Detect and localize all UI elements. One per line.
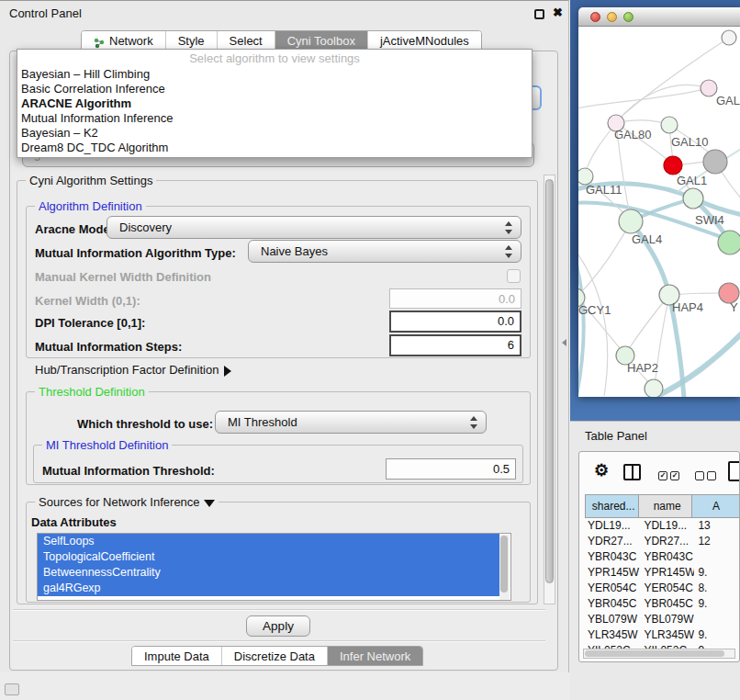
table-row[interactable]: YDL19...YDL19...13 [585, 518, 740, 534]
algorithm-option[interactable]: Mutual Information Inference [17, 111, 532, 126]
mi-threshold-definition-title: MI Threshold Definition [42, 438, 172, 452]
tab-jactivemnodules[interactable]: jActiveMNodules [368, 31, 481, 50]
algorithm-option[interactable]: Bayesian – K2 [17, 126, 532, 141]
hub-definition-expander[interactable]: Hub/Transcription Factor Definition [35, 363, 231, 377]
hub-definition-label: Hub/Transcription Factor Definition [35, 363, 219, 377]
node-label: GAL11 [586, 183, 622, 197]
cell: 9. [694, 565, 740, 581]
apply-button[interactable]: Apply [246, 615, 310, 637]
tab-impute-data-label: Impute Data [144, 647, 209, 666]
algorithm-option[interactable]: Dream8 DC_TDC Algorithm [17, 141, 532, 155]
tab-style[interactable]: Style [166, 31, 218, 50]
sources-title-expander[interactable]: Sources for Network Inference [35, 495, 219, 509]
network-node-selected-red[interactable] [664, 156, 682, 175]
gear-icon[interactable]: ⚙ [594, 460, 609, 480]
cell: YBR045C [585, 596, 640, 612]
dpi-tolerance-field[interactable]: 0.0 [389, 310, 521, 333]
cell: YDR27... [640, 534, 694, 549]
tab-infer-network[interactable]: Infer Network [328, 647, 422, 665]
combo-spinner-icon [470, 416, 477, 429]
kernel-width-label: Kernel Width (0,1): [35, 294, 140, 308]
node-label: GAL80 [614, 128, 651, 141]
network-node-gal4[interactable] [619, 209, 643, 233]
aracne-mode-combobox[interactable]: Discovery [107, 216, 521, 239]
attribute-item[interactable]: BetweennessCentrality [38, 565, 499, 581]
cell: 13 [694, 518, 740, 534]
cell: YER054C [640, 581, 694, 596]
manual-kernel-checkbox[interactable] [507, 269, 521, 283]
network-canvas[interactable]: GAL GAL80 GAL10 GAL1 GAL11 SWI4 GAL4 GCY… [578, 27, 740, 397]
mi-type-label: Mutual Information Algorithm Type: [35, 246, 236, 260]
network-node[interactable] [645, 379, 663, 397]
deselect-all-checkboxes-icon[interactable] [695, 471, 716, 480]
node-label: GCY1 [578, 303, 611, 317]
network-node-gal10[interactable] [661, 117, 678, 133]
checked-checkbox-icon: ✓ [658, 471, 667, 480]
settings-scrollbar-thumb[interactable] [545, 179, 554, 583]
show-columns-icon[interactable] [623, 464, 641, 480]
cell: 9. [694, 627, 740, 643]
table-row[interactable]: YBL079WYBL079W [585, 612, 740, 627]
minimized-panel-icon[interactable] [5, 683, 19, 695]
select-all-checkboxes-icon[interactable]: ✓ ✓ [658, 471, 679, 480]
table-scrollbar-thumb[interactable] [585, 650, 724, 657]
mi-type-value: Naive Bayes [261, 244, 328, 258]
close-icon[interactable]: ✖ [553, 6, 563, 19]
cyni-algorithm-settings-title: Cyni Algorithm Settings [26, 174, 156, 187]
table-row[interactable]: YPR145WYPR145W9. [585, 565, 740, 581]
table-row[interactable]: YER054CYER054C8. [585, 581, 740, 596]
attribute-item[interactable]: TopologicalCoefficient [38, 549, 499, 565]
table-row[interactable]: YLR345WYLR345W9. [585, 627, 740, 643]
export-table-icon[interactable] [728, 461, 740, 481]
column-header-shared-name[interactable]: shared... [585, 494, 639, 518]
manual-kernel-label: Manual Kernel Width Definition [35, 270, 211, 284]
splitter-collapse-handle[interactable] [562, 339, 566, 346]
float-window-icon[interactable] [534, 9, 544, 19]
which-threshold-combobox[interactable]: MI Threshold [215, 411, 487, 434]
algorithm-option[interactable]: Bayesian – Hill Climbing [17, 67, 532, 82]
tab-select[interactable]: Select [218, 31, 275, 50]
node-table-window: ⚙ ✓ ✓ shared... name A YDL19...YDL19...1… [578, 451, 740, 662]
combo-spinner-icon [505, 245, 512, 258]
table-row[interactable]: YDR27...YDR27...12 [585, 534, 740, 549]
tab-impute-data[interactable]: Impute Data [132, 647, 222, 665]
table-header-row: shared... name A [585, 494, 740, 518]
node-label: SWI4 [695, 213, 724, 227]
mi-steps-field[interactable]: 6 [389, 334, 521, 356]
zoom-traffic-light-icon[interactable] [623, 12, 633, 22]
mi-type-combobox[interactable]: Naive Bayes [248, 240, 521, 263]
algorithm-option[interactable]: Basic Correlation Inference [17, 82, 532, 96]
column-header-partial[interactable]: A [692, 494, 740, 518]
settings-scrollbar[interactable] [544, 175, 555, 604]
algorithm-option-selected[interactable]: ARACNE Algorithm [17, 96, 532, 111]
network-node[interactable] [701, 80, 717, 96]
cell: YBR043C [585, 549, 640, 565]
control-panel-title: Control Panel [0, 1, 568, 27]
divider [13, 609, 545, 611]
node-label: GAL10 [671, 135, 708, 149]
kernel-width-field[interactable]: 0.0 [389, 288, 521, 309]
minimize-traffic-light-icon[interactable] [607, 12, 617, 22]
attributes-scrollbar[interactable] [499, 535, 510, 600]
tab-cyni-toolbox[interactable]: Cyni Toolbox [275, 31, 368, 50]
attribute-item[interactable]: SelfLoops [38, 534, 499, 549]
attribute-item[interactable]: gal4RGexp [38, 581, 499, 596]
tab-discretize-data[interactable]: Discretize Data [222, 647, 328, 665]
cyni-bottom-tabbar: Impute Data Discretize Data Infer Networ… [131, 646, 423, 666]
network-node[interactable] [703, 150, 727, 174]
network-node[interactable] [683, 188, 703, 209]
network-node[interactable] [718, 231, 740, 254]
mi-threshold-field[interactable]: 0.5 [386, 458, 516, 480]
attributes-scrollbar-thumb[interactable] [500, 536, 508, 593]
node-table: shared... name A YDL19...YDL19...13 YDR2… [585, 494, 740, 652]
close-traffic-light-icon[interactable] [590, 12, 600, 22]
column-header-name[interactable]: name [639, 494, 692, 518]
tab-network[interactable]: Network [82, 31, 166, 50]
table-horizontal-scrollbar[interactable] [583, 649, 735, 659]
network-node[interactable] [722, 30, 736, 45]
table-row[interactable]: YBR043CYBR043C [585, 549, 740, 565]
table-row[interactable]: YBR045CYBR045C9. [585, 596, 740, 612]
network-window-titlebar[interactable] [578, 7, 740, 27]
algorithm-definition-title: Algorithm Definition [35, 199, 146, 213]
tab-jactivemnodules-label: jActiveMNodules [380, 31, 469, 51]
